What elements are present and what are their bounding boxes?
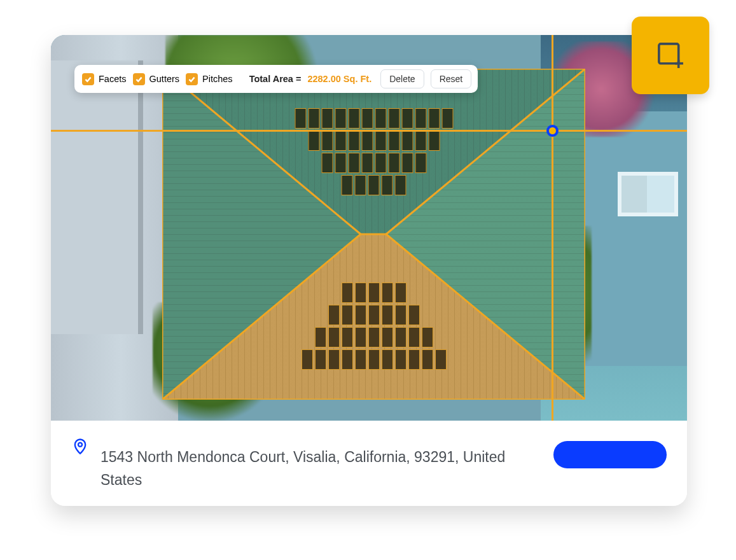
solar-panel: [415, 153, 426, 173]
check-icon: [82, 73, 94, 85]
address-footer: 1543 North Mendonca Court, Visalia, Cali…: [51, 421, 687, 506]
solar-panel: [375, 130, 386, 151]
guideline-vertical[interactable]: [552, 35, 553, 421]
check-icon: [186, 73, 198, 85]
pitches-label: Pitches: [202, 74, 233, 84]
solar-panel: [315, 327, 326, 347]
solar-panel: [388, 108, 399, 129]
solar-panel: [368, 305, 380, 325]
solar-panel: [375, 153, 386, 173]
solar-panel: [368, 327, 380, 347]
check-icon: [133, 73, 145, 85]
solar-panel: [361, 153, 373, 173]
solar-panel: [368, 283, 380, 303]
facets-checkbox[interactable]: Facets: [82, 73, 127, 85]
solar-panel: [335, 130, 346, 151]
solar-panel: [395, 175, 406, 195]
location-pin-icon: [71, 437, 89, 455]
solar-panel: [395, 305, 406, 325]
solar-panel: [355, 283, 366, 303]
solar-panel: [375, 108, 386, 129]
solar-panel: [308, 108, 319, 129]
solar-panel: [315, 349, 326, 370]
solar-array-bottom: [302, 283, 447, 370]
solar-panel: [382, 327, 393, 347]
reset-button[interactable]: Reset: [431, 69, 472, 88]
solar-panel: [302, 349, 313, 370]
solar-panel: [328, 327, 340, 347]
crop-tool-badge[interactable]: [632, 17, 709, 94]
solar-panel: [361, 130, 373, 151]
solar-panel: [388, 153, 399, 173]
solar-panel: [441, 108, 453, 129]
solar-panel: [328, 305, 340, 325]
solar-panel: [428, 108, 440, 129]
solar-panel: [342, 349, 353, 370]
solar-panel: [308, 130, 319, 151]
solar-panel: [342, 283, 353, 303]
primary-action-button[interactable]: [553, 441, 667, 468]
facets-label: Facets: [99, 74, 127, 84]
solar-panel: [321, 108, 333, 129]
solar-panel: [401, 153, 413, 173]
solar-panel: [415, 108, 426, 129]
solar-panel: [348, 108, 359, 129]
solar-panel: [422, 349, 433, 370]
solar-panel: [355, 305, 366, 325]
measurement-card: Facets Gutters Pitches Total Area = 2282…: [51, 35, 687, 506]
solar-panel: [342, 305, 353, 325]
solar-panel: [355, 175, 366, 195]
solar-panel: [368, 175, 380, 195]
aerial-map-canvas[interactable]: Facets Gutters Pitches Total Area = 2282…: [51, 35, 687, 421]
svg-point-6: [78, 443, 82, 447]
solar-panel: [382, 283, 393, 303]
gutters-label: Gutters: [149, 74, 180, 84]
solar-panel: [355, 349, 366, 370]
solar-panel: [295, 108, 306, 129]
address-text: 1543 North Mendonca Court, Visalia, Cali…: [101, 435, 542, 491]
total-area-label: Total Area =: [249, 74, 302, 84]
guideline-horizontal[interactable]: [51, 130, 687, 132]
svg-rect-7: [659, 44, 679, 64]
solar-panel: [321, 153, 333, 173]
solar-panel: [401, 130, 413, 151]
solar-panel: [321, 130, 333, 151]
solar-panel: [382, 349, 393, 370]
solar-panel: [348, 153, 359, 173]
solar-panel: [408, 327, 420, 347]
solar-array-top: [295, 108, 453, 195]
solar-panel: [408, 349, 420, 370]
total-area-value: 2282.00 Sq. Ft.: [307, 74, 371, 84]
solar-panel: [408, 305, 420, 325]
solar-panel: [395, 349, 406, 370]
pitches-checkbox[interactable]: Pitches: [186, 73, 233, 85]
solar-panel: [401, 108, 413, 129]
solar-panel: [328, 349, 340, 370]
solar-panel: [335, 108, 346, 129]
solar-panel: [382, 175, 393, 195]
solar-panel: [348, 130, 359, 151]
solar-panel: [382, 305, 393, 325]
gutters-checkbox[interactable]: Gutters: [133, 73, 180, 85]
solar-panel: [395, 283, 406, 303]
delete-button[interactable]: Delete: [380, 69, 424, 88]
solar-panel: [422, 327, 433, 347]
solar-panel: [368, 349, 380, 370]
solar-panel: [428, 130, 440, 151]
roof-structure[interactable]: [162, 69, 585, 400]
solar-panel: [342, 175, 353, 195]
crop-add-icon: [652, 37, 689, 74]
solar-panel: [335, 153, 346, 173]
measurement-toolbar: Facets Gutters Pitches Total Area = 2282…: [74, 65, 478, 93]
corner-handle[interactable]: [546, 125, 559, 137]
solar-panel: [361, 108, 373, 129]
solar-panel: [435, 349, 447, 370]
solar-panel: [355, 327, 366, 347]
solar-panel: [415, 130, 426, 151]
solar-panel: [388, 130, 399, 151]
solar-panel: [395, 327, 406, 347]
solar-panel: [342, 327, 353, 347]
